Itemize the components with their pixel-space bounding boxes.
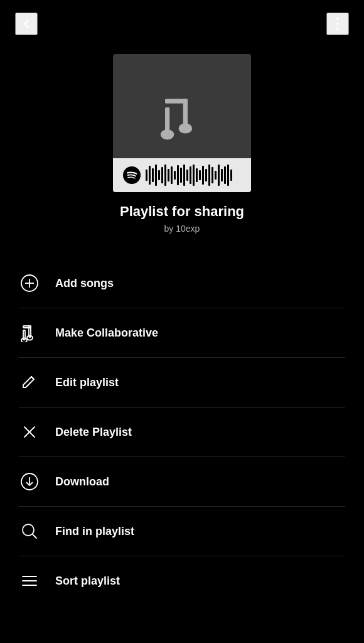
svg-rect-11 bbox=[23, 326, 31, 328]
music-note-cover-icon bbox=[154, 88, 210, 147]
svg-line-14 bbox=[31, 377, 34, 379]
menu-list: Add songs Make Collaborative Edit playli… bbox=[0, 252, 364, 612]
more-dots-icon bbox=[336, 18, 339, 30]
x-icon bbox=[19, 421, 40, 443]
more-options-button[interactable] bbox=[326, 13, 349, 35]
menu-item-download[interactable]: Download bbox=[0, 457, 364, 506]
back-button[interactable] bbox=[15, 13, 38, 35]
svg-point-4 bbox=[179, 123, 193, 133]
search-icon bbox=[19, 521, 40, 542]
add-songs-label: Add songs bbox=[55, 277, 114, 290]
header bbox=[0, 0, 364, 48]
svg-point-3 bbox=[161, 129, 174, 139]
menu-item-find-in-playlist[interactable]: Find in playlist bbox=[0, 507, 364, 556]
svg-line-20 bbox=[33, 534, 36, 538]
playlist-cover-image bbox=[113, 54, 251, 192]
menu-item-edit-playlist[interactable]: Edit playlist bbox=[0, 358, 364, 407]
sort-icon bbox=[19, 570, 40, 592]
pencil-icon bbox=[19, 372, 40, 393]
make-collaborative-label: Make Collaborative bbox=[55, 327, 158, 340]
barcode-lines bbox=[146, 165, 241, 186]
menu-item-sort-playlist[interactable]: Sort playlist bbox=[0, 556, 364, 605]
edit-playlist-label: Edit playlist bbox=[55, 376, 119, 389]
download-circle-icon bbox=[19, 471, 40, 492]
svg-rect-1 bbox=[165, 107, 169, 133]
spotify-logo bbox=[123, 166, 141, 184]
playlist-cover-section: Playlist for sharing by 10exp bbox=[0, 48, 364, 252]
find-in-playlist-label: Find in playlist bbox=[55, 525, 134, 538]
menu-item-add-songs[interactable]: Add songs bbox=[0, 259, 364, 308]
plus-circle-icon bbox=[19, 273, 40, 294]
svg-point-19 bbox=[23, 524, 34, 536]
menu-item-make-collaborative[interactable]: Make Collaborative bbox=[0, 308, 364, 357]
delete-playlist-label: Delete Playlist bbox=[55, 426, 132, 439]
menu-item-delete-playlist[interactable]: Delete Playlist bbox=[0, 408, 364, 457]
collaborative-icon bbox=[19, 322, 40, 343]
download-label: Download bbox=[55, 475, 109, 489]
playlist-author: by 10exp bbox=[164, 224, 200, 234]
sort-playlist-label: Sort playlist bbox=[55, 575, 120, 588]
svg-rect-2 bbox=[165, 99, 188, 104]
playlist-title: Playlist for sharing bbox=[120, 203, 244, 220]
spotify-code-bar bbox=[113, 158, 251, 192]
svg-point-13 bbox=[27, 336, 33, 340]
